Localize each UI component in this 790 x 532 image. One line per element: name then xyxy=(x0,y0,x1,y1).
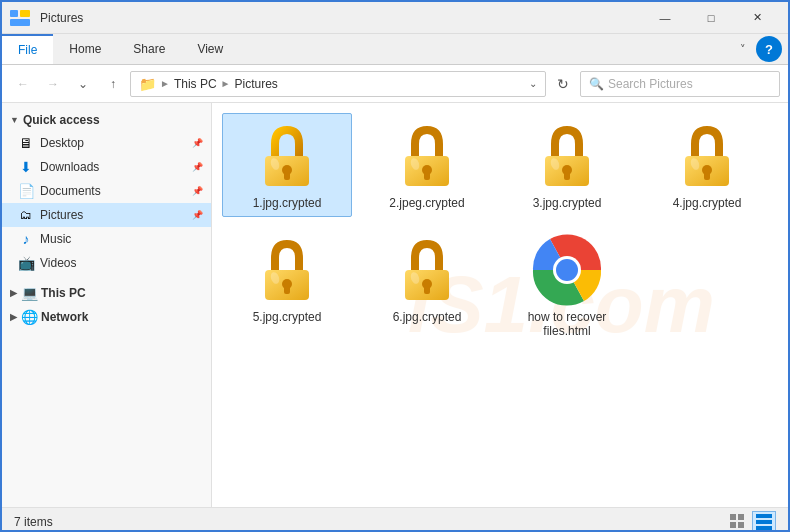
file-item-4jpg-crypted[interactable]: 4.jpg.crypted xyxy=(642,113,772,217)
svg-rect-5 xyxy=(284,172,290,180)
minimize-button[interactable]: — xyxy=(642,2,688,34)
file-icon-lock4 xyxy=(671,120,743,192)
svg-rect-34 xyxy=(756,514,772,518)
svg-rect-30 xyxy=(730,514,736,520)
music-icon: ♪ xyxy=(18,231,34,247)
svg-rect-0 xyxy=(10,10,18,17)
network-label: Network xyxy=(41,310,88,324)
view-icons xyxy=(726,511,776,533)
file-icon-lock3 xyxy=(531,120,603,192)
close-button[interactable]: ✕ xyxy=(734,2,780,34)
downloads-label: Downloads xyxy=(40,160,186,174)
breadcrumb-sep: ► xyxy=(221,78,231,89)
breadcrumb-this-pc[interactable]: This PC xyxy=(174,77,217,91)
network-icon: 🌐 xyxy=(21,309,37,325)
search-bar[interactable]: 🔍 Search Pictures xyxy=(580,71,780,97)
titlebar: Pictures — □ ✕ xyxy=(2,2,788,34)
file-label-1jpg: 1.jpg.crypted xyxy=(253,196,322,210)
file-item-3jpg-crypted[interactable]: 3.jpg.crypted xyxy=(502,113,632,217)
documents-label: Documents xyxy=(40,184,186,198)
documents-pin-icon: 📌 xyxy=(192,186,203,196)
tab-home[interactable]: Home xyxy=(53,34,117,64)
file-item-5jpg-crypted[interactable]: 5.jpg.crypted xyxy=(222,227,352,345)
view-large-icon-button[interactable] xyxy=(726,511,750,533)
svg-rect-36 xyxy=(756,526,772,530)
pictures-pin-icon: 📌 xyxy=(192,210,203,220)
file-item-recover-html[interactable]: how to recover files.html xyxy=(502,227,632,345)
view-list-button[interactable] xyxy=(752,511,776,533)
desktop-label: Desktop xyxy=(40,136,186,150)
sidebar-item-documents[interactable]: 📄 Documents 📌 xyxy=(2,179,211,203)
file-icon-lock2 xyxy=(391,120,463,192)
sidebar-item-desktop[interactable]: 🖥 Desktop 📌 xyxy=(2,131,211,155)
breadcrumb-dropdown-icon[interactable]: ⌄ xyxy=(529,78,537,89)
file-icon-lock5 xyxy=(251,234,323,306)
ribbon-tabs: File Home Share View ˅ ? xyxy=(2,34,788,64)
sidebar: ▼ Quick access 🖥 Desktop 📌 ⬇ Downloads 📌… xyxy=(2,103,212,507)
desktop-icon: 🖥 xyxy=(18,135,34,151)
tab-file[interactable]: File xyxy=(2,34,53,64)
file-label-recover: how to recover files.html xyxy=(512,310,622,338)
tab-view[interactable]: View xyxy=(181,34,239,64)
sidebar-item-pictures[interactable]: 🗂 Pictures 📌 xyxy=(2,203,211,227)
sidebar-item-downloads[interactable]: ⬇ Downloads 📌 xyxy=(2,155,211,179)
file-item-2jpeg-crypted[interactable]: 2.jpeg.crypted xyxy=(362,113,492,217)
svg-rect-1 xyxy=(20,10,30,17)
breadcrumb-arrow1: ► xyxy=(160,78,170,89)
refresh-button[interactable]: ↻ xyxy=(550,71,576,97)
up-button[interactable]: ↑ xyxy=(100,71,126,97)
statusbar-count: 7 items xyxy=(14,515,716,529)
svg-rect-2 xyxy=(10,19,30,26)
svg-rect-21 xyxy=(284,286,290,294)
file-icon-lock1 xyxy=(251,120,323,192)
ribbon-collapse-button[interactable]: ˅ xyxy=(730,43,756,56)
ribbon: File Home Share View ˅ ? xyxy=(2,34,788,65)
file-label-4jpg: 4.jpg.crypted xyxy=(673,196,742,210)
back-button[interactable]: ← xyxy=(10,71,36,97)
svg-rect-17 xyxy=(704,172,710,180)
svg-rect-13 xyxy=(564,172,570,180)
tab-share[interactable]: Share xyxy=(117,34,181,64)
documents-icon: 📄 xyxy=(18,183,34,199)
svg-rect-32 xyxy=(730,522,736,528)
files-grid: 1.jpg.crypted xyxy=(222,113,778,345)
pictures-icon: 🗂 xyxy=(18,207,34,223)
file-icon-lock6 xyxy=(391,234,463,306)
svg-rect-35 xyxy=(756,520,772,524)
videos-label: Videos xyxy=(40,256,203,270)
file-item-1jpg-crypted[interactable]: 1.jpg.crypted xyxy=(222,113,352,217)
folder-icon: 📁 xyxy=(139,76,156,92)
sidebar-item-music[interactable]: ♪ Music xyxy=(2,227,211,251)
sidebar-header-this-pc[interactable]: ▶ 💻 This PC xyxy=(2,281,211,305)
network-expand-icon: ▶ xyxy=(10,312,17,322)
content-area: iS1.com xyxy=(212,103,788,507)
desktop-pin-icon: 📌 xyxy=(192,138,203,148)
forward-button[interactable]: → xyxy=(40,71,66,97)
maximize-button[interactable]: □ xyxy=(688,2,734,34)
main-area: ▼ Quick access 🖥 Desktop 📌 ⬇ Downloads 📌… xyxy=(2,103,788,507)
help-button[interactable]: ? xyxy=(756,36,782,62)
svg-point-29 xyxy=(556,259,578,281)
svg-rect-31 xyxy=(738,514,744,520)
svg-rect-33 xyxy=(738,522,744,528)
svg-rect-25 xyxy=(424,286,430,294)
music-label: Music xyxy=(40,232,203,246)
sidebar-header-network[interactable]: ▶ 🌐 Network xyxy=(2,305,211,329)
search-icon: 🔍 xyxy=(589,77,604,91)
titlebar-controls: — □ ✕ xyxy=(642,2,780,34)
this-pc-label: This PC xyxy=(41,286,86,300)
breadcrumb-pictures[interactable]: Pictures xyxy=(235,77,278,91)
quick-access-label: Quick access xyxy=(23,113,100,127)
file-label-5jpg: 5.jpg.crypted xyxy=(253,310,322,324)
file-label-3jpg: 3.jpg.crypted xyxy=(533,196,602,210)
sidebar-header-quick-access[interactable]: ▼ Quick access xyxy=(2,109,211,131)
sidebar-item-videos[interactable]: 📺 Videos xyxy=(2,251,211,275)
breadcrumb[interactable]: 📁 ► This PC ► Pictures ⌄ xyxy=(130,71,546,97)
file-item-6jpg-crypted[interactable]: 6.jpg.crypted xyxy=(362,227,492,345)
recent-locations-button[interactable]: ⌄ xyxy=(70,71,96,97)
file-icon-chrome xyxy=(531,234,603,306)
search-placeholder: Search Pictures xyxy=(608,77,693,91)
svg-rect-9 xyxy=(424,172,430,180)
downloads-icon: ⬇ xyxy=(18,159,34,175)
statusbar: 7 items xyxy=(2,507,788,532)
